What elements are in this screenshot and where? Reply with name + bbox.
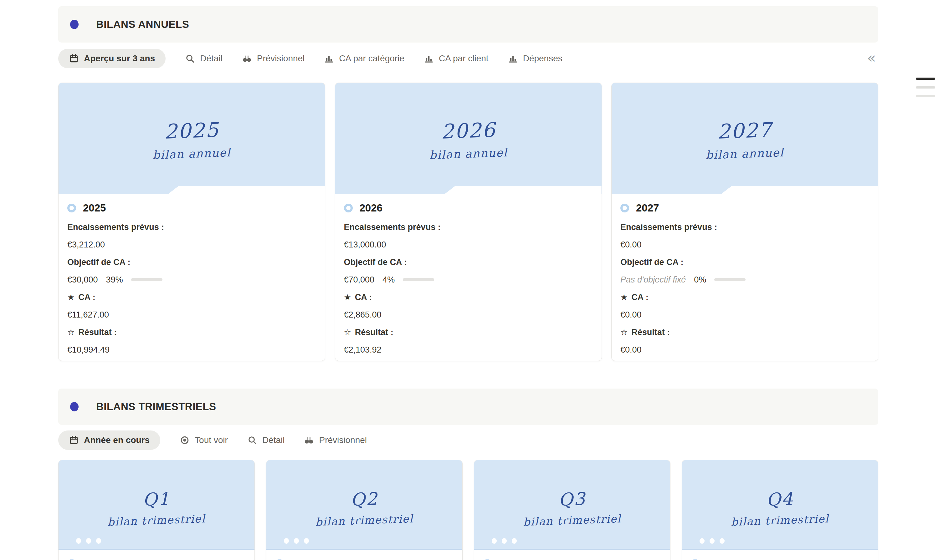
cover-handwritten-caption: bilan trimestriel (474, 511, 670, 530)
encaissements-label: Encaissements prévus : (620, 222, 869, 232)
cover-handwritten-caption: bilan annuel (59, 143, 325, 165)
tab-label: Prévisionnel (257, 54, 305, 63)
tab-detail[interactable]: Détail (247, 435, 285, 445)
tab-label: Détail (262, 435, 285, 445)
bar-chart-icon (424, 54, 434, 63)
tab-previsionnel[interactable]: Prévisionnel (242, 54, 305, 63)
binoculars-icon (242, 54, 252, 63)
star-outline-icon: ☆ (620, 328, 628, 336)
collapse-toolbar-icon[interactable]: « (867, 51, 876, 65)
card-body: Q4 2026 (682, 550, 878, 560)
ellipsis-dots-icon (492, 538, 517, 544)
objectif-amount: Pas d'objectif fixé (620, 274, 686, 285)
card-body: 2025 Encaissements prévus : €3,212.00 Ob… (59, 194, 325, 361)
tab-label: Dépenses (523, 54, 563, 63)
encaissements-value: €3,212.00 (67, 239, 316, 250)
star-outline-icon: ☆ (67, 328, 74, 336)
tab-detail[interactable]: Détail (185, 54, 222, 63)
encaissements-label: Encaissements prévus : (344, 222, 593, 232)
card-title: Q3 2026 (499, 558, 538, 560)
quarter-card-q4[interactable]: Q4 bilan trimestriel Q4 2026 (682, 460, 878, 560)
card-title: 2025 (83, 202, 106, 214)
tab-annee-en-cours[interactable]: Année en cours (58, 431, 160, 450)
card-title-row[interactable]: Q3 2026 (483, 557, 661, 560)
ca-value: €11,627.00 (67, 309, 316, 320)
quarter-card-q1[interactable]: Q1 bilan trimestriel Q1 2026 (58, 460, 255, 560)
resultat-value: €0.00 (620, 345, 869, 355)
page-ring-icon (344, 204, 353, 212)
annual-view-tabs: Aperçu sur 3 ans Détail Prévisionnel CA … (58, 49, 878, 68)
objectif-label: Objectif de CA : (67, 257, 316, 268)
cover-handwritten-caption: bilan trimestriel (266, 511, 462, 530)
objectif-percent: 0% (694, 274, 706, 285)
tab-label: Prévisionnel (319, 435, 367, 445)
section-bullet-icon (70, 20, 79, 29)
tab-apercu-sur-3-ans[interactable]: Aperçu sur 3 ans (58, 49, 166, 68)
objectif-progress-bar (403, 278, 434, 281)
star-filled-icon: ★ (67, 293, 74, 301)
tab-ca-par-categorie[interactable]: CA par catégorie (324, 54, 404, 63)
objectif-amount: €70,000 (344, 274, 375, 285)
cover-handwritten-caption: bilan annuel (612, 143, 878, 165)
resultat-value: €2,103.92 (344, 345, 593, 355)
card-body: Q1 2026 (59, 550, 254, 560)
page-outline-indicator[interactable] (916, 78, 936, 104)
resultat-label: ☆Résultat : (344, 327, 593, 338)
quarter-card-q2[interactable]: Q2 bilan trimestriel Q2 2026 (266, 460, 463, 560)
tab-label: Aperçu sur 3 ans (84, 54, 155, 63)
page-content: BILANS ANNUELS Aperçu sur 3 ans Détail P… (58, 0, 878, 560)
card-title: Q4 2026 (706, 558, 746, 560)
encaissements-label: Encaissements prévus : (67, 222, 316, 232)
bar-chart-icon (324, 54, 334, 63)
cover-notch (721, 186, 878, 194)
outline-bar[interactable] (916, 95, 935, 97)
card-cover: Q3 bilan trimestriel (474, 460, 670, 550)
calendar-icon (69, 435, 79, 445)
cover-handwritten-caption: bilan trimestriel (58, 511, 254, 530)
tab-tout-voir[interactable]: Tout voir (180, 435, 228, 445)
cover-notch (444, 186, 601, 194)
ellipsis-dots-icon (76, 538, 101, 544)
tab-depenses[interactable]: Dépenses (508, 54, 563, 63)
tab-ca-par-client[interactable]: CA par client (424, 54, 489, 63)
tab-label: Détail (200, 54, 222, 63)
card-title-row[interactable]: Q1 2026 (67, 557, 246, 560)
quarter-card-q3[interactable]: Q3 bilan trimestriel Q3 2026 (474, 460, 671, 560)
binoculars-icon (304, 435, 314, 445)
card-body: 2027 Encaissements prévus : €0.00 Object… (612, 194, 878, 361)
card-body: Q3 2026 (474, 550, 670, 560)
page-ring-icon (620, 204, 629, 212)
card-title: Q1 2026 (83, 558, 123, 560)
quarterly-section-title: BILANS TRIMESTRIELS (96, 401, 216, 413)
card-title-row[interactable]: Q2 2026 (275, 557, 453, 560)
objectif-label: Objectif de CA : (344, 257, 593, 268)
cover-handwritten-year: 2025 (58, 114, 325, 147)
ca-label: ★CA : (344, 292, 593, 303)
card-cover: Q2 bilan trimestriel (266, 460, 462, 550)
annual-card-2027[interactable]: 2027 bilan annuel 2027 Encaissements pré… (611, 83, 878, 361)
card-title: 2027 (636, 202, 659, 214)
tab-label: Tout voir (195, 435, 228, 445)
outline-bar[interactable] (916, 86, 935, 89)
card-body: 2026 Encaissements prévus : €13,000.00 O… (335, 194, 601, 361)
quarterly-section-banner: BILANS TRIMESTRIELS (58, 389, 878, 425)
card-cover: Q1 bilan trimestriel (59, 460, 254, 550)
tab-previsionnel[interactable]: Prévisionnel (304, 435, 367, 445)
outline-bar-active[interactable] (916, 78, 935, 80)
card-title-row[interactable]: Q4 2026 (691, 557, 869, 560)
objectif-progress-bar (714, 278, 746, 281)
search-icon (185, 54, 195, 63)
ca-value: €2,865.00 (344, 309, 593, 320)
annual-card-2026[interactable]: 2026 bilan annuel 2026 Encaissements pré… (335, 83, 602, 361)
cover-handwritten-quarter: Q1 (58, 486, 255, 513)
ca-value: €0.00 (620, 309, 869, 320)
card-title-row[interactable]: 2026 (344, 201, 593, 215)
star-outline-icon: ☆ (344, 328, 351, 336)
card-title-row[interactable]: 2025 (67, 201, 316, 215)
card-body: Q2 2026 (266, 550, 462, 560)
annual-card-2025[interactable]: 2025 bilan annuel 2025 Encaissements pré… (58, 83, 325, 361)
card-cover: 2026 bilan annuel (335, 83, 601, 194)
card-title-row[interactable]: 2027 (620, 201, 869, 215)
encaissements-value: €13,000.00 (344, 239, 593, 250)
encaissements-value: €0.00 (620, 239, 869, 250)
